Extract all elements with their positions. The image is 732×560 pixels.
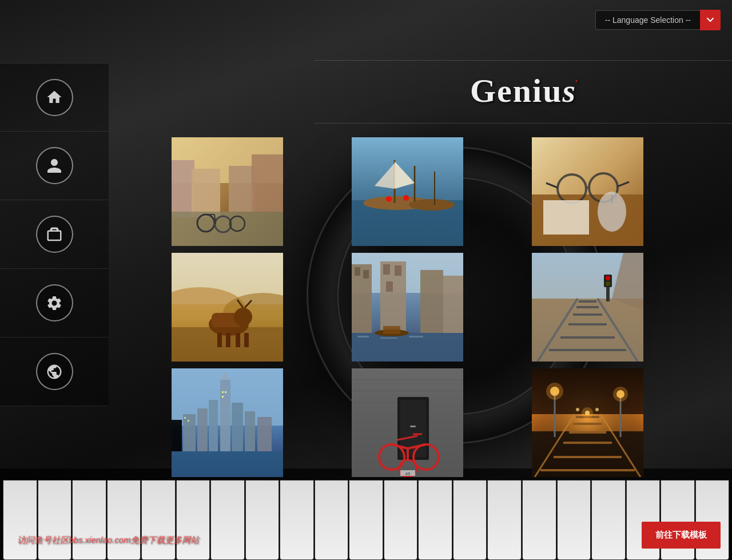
- sidebar-item-settings[interactable]: [0, 269, 109, 337]
- svg-point-21: [386, 196, 392, 202]
- svg-rect-88: [232, 403, 243, 451]
- svg-rect-55: [386, 281, 393, 292]
- svg-point-130: [546, 383, 563, 400]
- svg-rect-86: [197, 408, 208, 451]
- language-label: -- Language Selection --: [595, 10, 700, 30]
- settings-icon-circle: [36, 284, 73, 321]
- sidebar: [0, 63, 109, 406]
- sidebar-item-language[interactable]: [0, 337, 109, 406]
- briefcase-icon: [46, 226, 63, 243]
- top-bar: -- Language Selection --: [0, 0, 732, 40]
- logo-text: Geniu: [470, 72, 563, 109]
- svg-rect-44: [226, 333, 230, 347]
- top-divider: [315, 60, 732, 61]
- svg-point-137: [595, 408, 599, 411]
- svg-rect-4: [229, 166, 254, 212]
- user-icon: [46, 157, 63, 174]
- svg-rect-2: [172, 160, 194, 217]
- sidebar-item-profile[interactable]: [0, 132, 109, 200]
- svg-rect-90: [257, 417, 272, 451]
- piano-decoration: [0, 468, 732, 560]
- svg-rect-83: [220, 380, 230, 451]
- svg-rect-61: [409, 336, 423, 337]
- photo-7[interactable]: [172, 368, 283, 477]
- svg-rect-43: [217, 333, 222, 347]
- logo-container: Genius·: [315, 62, 732, 119]
- svg-rect-95: [184, 417, 186, 419]
- svg-rect-3: [192, 169, 220, 217]
- svg-rect-82: [172, 451, 283, 477]
- svg-rect-45: [236, 333, 240, 347]
- language-selector[interactable]: -- Language Selection --: [595, 10, 721, 30]
- photo-6[interactable]: [532, 253, 643, 362]
- svg-rect-51: [363, 270, 369, 279]
- svg-rect-101: [410, 426, 416, 427]
- svg-rect-93: [225, 391, 226, 393]
- svg-point-133: [613, 387, 628, 402]
- svg-rect-56: [420, 270, 443, 333]
- photo-4[interactable]: [172, 253, 283, 362]
- svg-rect-87: [209, 400, 218, 451]
- svg-rect-63: [383, 326, 400, 334]
- svg-rect-94: [222, 396, 224, 398]
- gear-icon: [46, 295, 63, 312]
- svg-rect-57: [443, 276, 463, 333]
- svg-rect-96: [188, 420, 189, 422]
- svg-rect-92: [222, 391, 224, 393]
- svg-rect-85: [183, 414, 196, 451]
- svg-rect-32: [543, 200, 589, 235]
- download-button[interactable]: 前往下载模板: [642, 522, 721, 549]
- photo-1[interactable]: [172, 137, 283, 246]
- profile-icon-circle: [36, 147, 73, 184]
- home-icon: [46, 89, 63, 106]
- svg-rect-91: [172, 420, 182, 451]
- svg-point-77: [606, 276, 610, 280]
- logo-italic: s: [562, 72, 576, 109]
- svg-point-136: [576, 408, 579, 411]
- svg-point-40: [234, 308, 252, 326]
- svg-rect-60: [380, 337, 397, 339]
- photo-8[interactable]: 45: [352, 368, 463, 477]
- photo-grid: 45: [172, 137, 643, 477]
- svg-point-22: [403, 195, 409, 201]
- photo-9[interactable]: [532, 368, 643, 477]
- sidebar-item-portfolio[interactable]: [0, 200, 109, 269]
- svg-text:45: 45: [405, 471, 411, 476]
- svg-rect-89: [245, 411, 255, 451]
- photo-5[interactable]: [352, 253, 463, 362]
- language-dropdown-button[interactable]: [700, 10, 721, 30]
- logo: Genius·: [470, 72, 576, 110]
- language-icon-circle: [36, 353, 73, 390]
- photo-3[interactable]: [532, 137, 643, 246]
- svg-rect-50: [355, 267, 360, 276]
- svg-rect-54: [395, 265, 401, 276]
- photo-2[interactable]: [352, 137, 463, 246]
- watermark: 访问鱼号社区bbs.xienlao.com免费下载更多网站: [17, 535, 199, 546]
- svg-rect-53: [383, 264, 390, 275]
- svg-rect-5: [252, 154, 283, 212]
- svg-rect-46: [244, 333, 249, 347]
- svg-point-15: [409, 199, 455, 211]
- sidebar-item-home[interactable]: [0, 63, 109, 132]
- chevron-down-icon: [707, 17, 714, 23]
- bottom-divider: [315, 123, 732, 124]
- portfolio-icon-circle: [36, 216, 73, 253]
- svg-point-78: [606, 281, 610, 286]
- logo-dot: ·: [575, 76, 579, 86]
- home-icon-circle: [36, 79, 73, 116]
- globe-icon: [46, 363, 63, 380]
- svg-rect-59: [357, 336, 369, 337]
- svg-point-135: [582, 407, 593, 419]
